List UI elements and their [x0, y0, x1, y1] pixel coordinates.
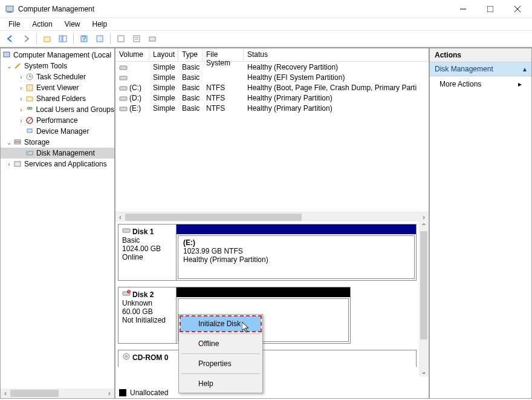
- col-fs[interactable]: File System: [203, 48, 244, 61]
- expand-icon[interactable]: ›: [18, 96, 25, 102]
- volume-row[interactable]: (D:)SimpleBasicNTFSHealthy (Primary Part…: [115, 93, 429, 103]
- ctx-properties[interactable]: Properties: [180, 356, 261, 372]
- minimize-button[interactable]: [449, 1, 476, 18]
- svg-rect-0: [6, 6, 13, 11]
- tree-shared-folders[interactable]: › Shared Folders: [1, 93, 114, 104]
- col-status[interactable]: Status: [244, 48, 429, 61]
- legend-swatch-unallocated: [119, 389, 126, 396]
- tree-services[interactable]: › Services and Applications: [1, 159, 114, 169]
- expand-icon[interactable]: ›: [18, 85, 25, 91]
- col-type[interactable]: Type: [178, 48, 203, 61]
- menu-action[interactable]: Action: [27, 19, 57, 30]
- volume-row[interactable]: (E:)SimpleBasicNTFSHealthy (Primary Part…: [115, 103, 429, 113]
- legend: Unallocated: [115, 387, 429, 398]
- svg-rect-34: [120, 76, 127, 80]
- chevron-right-icon: ▸: [518, 80, 522, 88]
- drive-warning-icon: [122, 290, 131, 299]
- tree-task-scheduler[interactable]: › Task Scheduler: [1, 71, 114, 82]
- show-hide-tree-button[interactable]: [56, 32, 70, 45]
- ctx-separator: [181, 373, 260, 374]
- menu-help[interactable]: Help: [88, 19, 112, 30]
- disk-1-block[interactable]: Disk 1 Basic 1024.00 GB Online (E:) 1023…: [118, 224, 417, 281]
- tree-system-tools[interactable]: ⌄ System Tools: [1, 61, 114, 71]
- menu-file[interactable]: File: [4, 19, 25, 30]
- storage-icon: [13, 137, 22, 147]
- menubar: File Action View Help: [0, 18, 532, 30]
- scroll-down-icon[interactable]: ⌄: [419, 367, 429, 376]
- clock-icon: [25, 72, 34, 82]
- col-volume[interactable]: Volume: [115, 48, 149, 61]
- volume-row[interactable]: SimpleBasicHealthy (Recovery Partition): [115, 62, 429, 72]
- volume-hscroll[interactable]: ‹ ›: [115, 212, 429, 221]
- ctx-initialize-disk[interactable]: Initialize Disk: [180, 316, 261, 332]
- cdrom-icon: [122, 353, 131, 362]
- tree-root[interactable]: Computer Management (Local: [1, 50, 114, 61]
- svg-rect-36: [120, 97, 127, 100]
- close-button[interactable]: [504, 1, 531, 18]
- disk-2-band: [177, 287, 350, 297]
- tree-device-manager[interactable]: Device Manager: [1, 126, 114, 137]
- forward-button[interactable]: [19, 32, 33, 45]
- tools-icon: [13, 61, 22, 71]
- help-button[interactable]: ?: [77, 32, 91, 45]
- expand-icon[interactable]: ›: [5, 161, 13, 168]
- tree-event-viewer[interactable]: › Event Viewer: [1, 82, 114, 93]
- maximize-button[interactable]: [476, 1, 504, 18]
- expand-icon[interactable]: ›: [18, 74, 25, 80]
- svg-rect-27: [27, 129, 32, 133]
- svg-rect-38: [123, 229, 130, 232]
- back-button[interactable]: [4, 32, 17, 45]
- collapse-icon[interactable]: ▴: [523, 65, 527, 73]
- tree-hscroll[interactable]: ‹ ›: [1, 389, 114, 398]
- collapse-icon[interactable]: ⌄: [5, 63, 13, 70]
- scroll-right-icon[interactable]: ›: [419, 212, 429, 222]
- volume-list: Volume Layout Type File System Status Si…: [115, 48, 429, 221]
- svg-point-23: [27, 107, 30, 110]
- expand-icon[interactable]: ›: [18, 117, 25, 124]
- scroll-right-icon[interactable]: ›: [105, 389, 114, 398]
- menu-view[interactable]: View: [60, 19, 85, 30]
- tree-performance[interactable]: › Performance: [1, 115, 114, 126]
- drive-icon: [119, 64, 128, 70]
- cdrom-block[interactable]: CD-ROM 0: [118, 350, 417, 367]
- collapse-icon[interactable]: ⌄: [5, 139, 13, 146]
- drive-icon: [119, 105, 128, 111]
- tree-disk-management[interactable]: Disk Management: [1, 148, 114, 159]
- scroll-up-icon[interactable]: ⌃: [419, 221, 429, 231]
- expand-icon[interactable]: ›: [18, 107, 25, 113]
- svg-rect-22: [27, 97, 33, 101]
- ctx-separator: [181, 333, 260, 334]
- tree-local-users[interactable]: › Local Users and Groups: [1, 104, 114, 115]
- svg-rect-16: [149, 37, 155, 41]
- svg-rect-6: [44, 37, 50, 42]
- extra-button[interactable]: [146, 32, 159, 45]
- main-area: Computer Management (Local ⌄ System Tool…: [0, 47, 532, 399]
- scroll-left-icon[interactable]: ‹: [115, 212, 125, 222]
- svg-rect-29: [15, 142, 21, 144]
- context-menu: Initialize Disk Offline Properties Help: [178, 314, 263, 393]
- refresh-button[interactable]: [93, 32, 106, 45]
- scroll-left-icon[interactable]: ‹: [1, 389, 10, 398]
- svg-rect-17: [4, 52, 10, 57]
- app-icon: [5, 4, 15, 14]
- ctx-offline[interactable]: Offline: [180, 336, 261, 352]
- col-layout[interactable]: Layout: [149, 48, 178, 61]
- volume-row[interactable]: SimpleBasicHealthy (EFI System Partition…: [115, 72, 429, 82]
- window-title: Computer Management: [18, 5, 449, 13]
- svg-rect-32: [15, 162, 21, 166]
- disk-graphical-view: Disk 1 Basic 1024.00 GB Online (E:) 1023…: [115, 221, 429, 387]
- disk-1-partition-e[interactable]: (E:) 1023.99 GB NTFS Healthy (Primary Pa…: [178, 235, 415, 279]
- actions-section[interactable]: Disk Management ▴: [430, 62, 531, 76]
- actions-more[interactable]: More Actions ▸: [430, 76, 531, 92]
- performance-icon: [25, 116, 34, 125]
- svg-line-26: [27, 118, 32, 123]
- volume-header: Volume Layout Type File System Status: [115, 48, 429, 62]
- volume-row[interactable]: (C:)SimpleBasicNTFSHealthy (Boot, Page F…: [115, 82, 429, 93]
- up-button[interactable]: [41, 32, 54, 45]
- properties-button[interactable]: [130, 32, 143, 45]
- ctx-help[interactable]: Help: [180, 376, 261, 392]
- svg-point-43: [126, 356, 128, 358]
- tree-storage[interactable]: ⌄ Storage: [1, 137, 114, 148]
- settings-button[interactable]: [114, 32, 128, 45]
- gfx-vscroll[interactable]: ⌃ ⌄: [419, 221, 429, 376]
